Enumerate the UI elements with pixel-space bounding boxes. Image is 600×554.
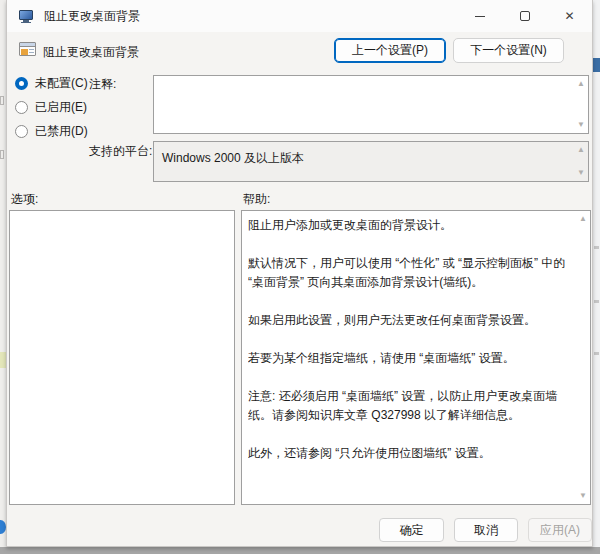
background-fragment <box>594 352 599 355</box>
previous-setting-button[interactable]: 上一个设置(P) <box>334 38 446 63</box>
setting-name: 阻止更改桌面背景 <box>43 44 139 61</box>
options-label: 选项: <box>11 191 38 208</box>
scroll-up-icon[interactable]: ▲ <box>577 146 585 154</box>
close-icon: ✕ <box>564 9 574 23</box>
comment-label: 注释: <box>89 76 116 93</box>
maximize-icon <box>520 11 530 21</box>
radio-icon[interactable] <box>15 77 28 90</box>
scroll-up-icon[interactable]: ▲ <box>579 215 587 223</box>
radio-icon[interactable] <box>15 101 28 114</box>
window-title: 阻止更改桌面背景 <box>44 8 140 25</box>
background-fragment <box>593 58 600 72</box>
close-button[interactable]: ✕ <box>547 0 592 32</box>
radio-disabled[interactable]: 已禁用(D) <box>15 123 88 139</box>
background-strip-bottom <box>0 547 600 554</box>
background-window-sliver-right <box>593 0 600 547</box>
scroll-down-icon[interactable]: ▼ <box>577 169 585 177</box>
supported-on-value: Windows 2000 及以上版本 <box>162 150 304 167</box>
scroll-up-icon[interactable]: ▲ <box>577 80 585 88</box>
cancel-button[interactable]: 取消 <box>454 518 518 542</box>
help-label: 帮助: <box>243 191 270 208</box>
background-fragment <box>0 96 4 105</box>
ok-button[interactable]: 确定 <box>379 518 444 542</box>
radio-enabled[interactable]: 已启用(E) <box>15 99 87 115</box>
policy-setting-dialog: 阻止更改桌面背景 ✕ 阻止更改桌面背景 上一个设置(P) 下一个设置(N) 未配… <box>6 0 593 547</box>
radio-label: 未配置(C) <box>35 75 88 92</box>
scroll-down-icon[interactable]: ▼ <box>579 492 587 500</box>
apply-button: 应用(A) <box>528 518 592 542</box>
policy-setting-icon <box>19 42 36 56</box>
radio-icon[interactable] <box>15 125 28 138</box>
maximize-button[interactable] <box>502 0 547 32</box>
minimize-icon <box>475 16 485 17</box>
options-panel[interactable] <box>9 210 235 505</box>
background-fragment <box>594 300 599 303</box>
minimize-button[interactable] <box>457 0 502 32</box>
group-policy-icon <box>19 10 35 23</box>
help-text: 阻止用户添加或更改桌面的背景设计。 默认情况下，用户可以使用 “个性化” 或 “… <box>248 216 570 499</box>
titlebar[interactable]: 阻止更改桌面背景 ✕ <box>7 0 592 32</box>
radio-label: 已启用(E) <box>35 99 87 116</box>
background-fragment <box>594 246 599 249</box>
radio-not-configured[interactable]: 未配置(C) <box>15 75 88 91</box>
supported-on-label: 支持的平台: <box>89 143 152 160</box>
background-fragment <box>0 150 4 159</box>
radio-label: 已禁用(D) <box>35 123 88 140</box>
help-panel[interactable]: 阻止用户添加或更改桌面的背景设计。 默认情况下，用户可以使用 “个性化” 或 “… <box>241 210 591 505</box>
next-setting-button[interactable]: 下一个设置(N) <box>453 38 564 63</box>
scroll-down-icon[interactable]: ▼ <box>577 121 585 129</box>
supported-on-field: Windows 2000 及以上版本 ▲ ▼ <box>153 141 589 182</box>
comment-textarea[interactable]: ▲ ▼ <box>153 75 589 134</box>
